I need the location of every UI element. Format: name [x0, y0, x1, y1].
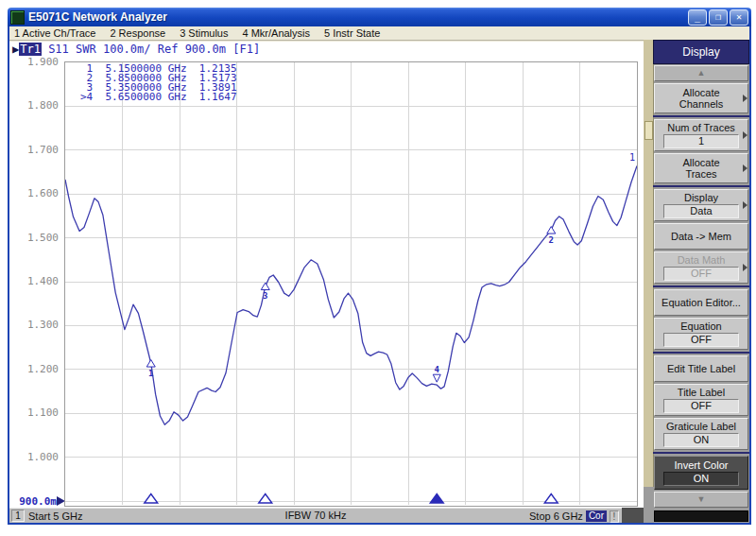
menu-item-3[interactable]: 3 Stimulus	[180, 27, 228, 39]
instrument-screen: ▶Tr1 S11 SWR 100.0m/ Ref 900.0m [F1] 1.9…	[9, 42, 645, 508]
y-axis-label: 1.500	[9, 232, 59, 244]
softkey-display[interactable]: DisplayData	[654, 189, 748, 221]
softkey-num-of-traces[interactable]: Num of Traces1	[654, 119, 748, 151]
marker-symbol-1: 1	[146, 360, 155, 378]
submenu-arrow-icon	[743, 95, 747, 102]
trace-badge: Tr1	[19, 43, 42, 56]
softkey-value: Data	[663, 204, 739, 218]
plot-area: 11234	[64, 61, 638, 507]
softkey-data-math[interactable]: Data MathOFF	[654, 251, 748, 284]
softkey-title-label[interactable]: Title LabelOFF	[654, 384, 748, 416]
marker-readout-row: >4 5.6500000 GHz 1.1647	[80, 93, 237, 102]
menu-item-4[interactable]: 4 Mkr/Analysis	[242, 27, 310, 39]
softkey-label: Title Label	[678, 387, 725, 398]
softkey-value: 1	[663, 134, 739, 148]
window-titlebar[interactable]: E5071C Network Analyzer _ ❐ ✕	[8, 8, 751, 26]
marker-symbol-3: 3	[261, 283, 269, 301]
softkey-label: Equation	[680, 320, 721, 332]
softkey-scroll-up[interactable]: ▲	[654, 65, 748, 81]
y-axis-label: 1.000	[9, 451, 59, 463]
submenu-arrow-icon	[743, 164, 747, 172]
app-icon	[10, 10, 25, 25]
softkey-label: Allocate	[682, 87, 719, 98]
y-axis-label: 1.300	[9, 319, 59, 331]
softkey-value: ON	[663, 472, 739, 486]
softkey-scrollbar-thumb[interactable]	[644, 121, 653, 140]
y-axis-label: 1.200	[9, 363, 59, 375]
submenu-arrow-icon	[743, 201, 747, 209]
trace-settings: S11 SWR 100.0m/ Ref 900.0m [F1]	[42, 43, 260, 56]
y-axis-label: 1.700	[9, 144, 59, 156]
softkey-graticule-label[interactable]: Graticule LabelON	[654, 418, 748, 450]
softkey-value: OFF	[663, 333, 739, 347]
svg-text:3: 3	[263, 291, 267, 301]
plot-grid	[65, 62, 637, 505]
softkey-edit-title-label[interactable]: Edit Title Label	[654, 355, 748, 382]
softkey-list: AllocateChannelsNum of Traces1AllocateTr…	[653, 82, 749, 491]
softkey-footer	[654, 510, 748, 522]
marker-symbol-4: 4	[433, 365, 440, 382]
cor-badge: Cor	[586, 510, 607, 522]
softkey-allocate-channels[interactable]: AllocateChannels	[654, 83, 748, 113]
softkey-label: Channels	[679, 98, 723, 110]
softkey-label: Equation Editor...	[662, 297, 741, 308]
softkey-scroll-down[interactable]: ▼	[654, 492, 748, 508]
softkey-invert-color[interactable]: Invert ColorON	[654, 456, 748, 490]
y-axis-label: 1.100	[9, 406, 59, 419]
softkey-label: Data -> Mem	[671, 231, 731, 242]
desktop: E5071C Network Analyzer _ ❐ ✕ 1 Active C…	[0, 0, 756, 536]
softkey-label: Data Math	[678, 254, 726, 266]
svg-text:2: 2	[549, 235, 554, 245]
minimize-button[interactable]: _	[688, 9, 707, 26]
stimulus-marker-4[interactable]	[430, 494, 443, 504]
marker-readout: 1 5.1500000 GHz 1.2135 2 5.8500000 GHz 1…	[80, 64, 237, 102]
softkey-menu-title: Display	[653, 40, 749, 64]
softkey-label: Allocate	[682, 157, 719, 168]
status-extra: !	[610, 510, 619, 523]
menu-bar: 1 Active Ch/Trace2 Response3 Stimulus4 M…	[9, 26, 749, 41]
menu-item-5[interactable]: 5 Instr State	[324, 27, 380, 39]
swr-chart: 11234	[65, 62, 637, 506]
menu-item-2[interactable]: 2 Response	[110, 27, 165, 39]
svg-text:1: 1	[148, 369, 153, 378]
softkey-column: Display ▲ AllocateChannelsNum of Traces1…	[653, 40, 749, 523]
stimulus-marker-1[interactable]	[145, 494, 158, 504]
status-bar-right-group: Stop 6 GHz Cor !	[529, 509, 619, 524]
softkey-equation[interactable]: EquationOFF	[654, 318, 748, 350]
status-bar-left: 1 Start 5 GHz IFBW 70 kHz Stop 6 GHz Cor…	[9, 508, 622, 523]
submenu-arrow-icon	[743, 131, 747, 139]
window-title: E5071C Network Analyzer	[28, 10, 686, 24]
marker-symbol-2: 2	[547, 227, 556, 245]
analyzer-window: E5071C Network Analyzer _ ❐ ✕ 1 Active C…	[8, 8, 751, 525]
svg-text:4: 4	[435, 365, 440, 374]
stop-frequency: Stop 6 GHz	[529, 510, 583, 522]
status-bar: 1 Start 5 GHz IFBW 70 kHz Stop 6 GHz Cor…	[9, 508, 749, 523]
close-button[interactable]: ✕	[730, 9, 748, 26]
y-axis-label: 1.800	[9, 99, 59, 112]
softkey-label: Invert Color	[675, 459, 729, 471]
y-axis-label: 1.900	[9, 56, 59, 68]
softkey-data-mem[interactable]: Data -> Mem	[654, 223, 748, 250]
scroll-up-icon: ▲	[697, 69, 706, 78]
menu-item-1[interactable]: 1 Active Ch/Trace	[14, 27, 95, 39]
submenu-arrow-icon	[743, 264, 747, 271]
softkey-label: Graticule Label	[666, 421, 736, 432]
softkey-panel: Display ▲ AllocateChannelsNum of Traces1…	[644, 40, 749, 523]
stimulus-marker-2[interactable]	[544, 494, 558, 504]
restore-button[interactable]: ❐	[709, 9, 728, 26]
y-axis-ref-label: 900.0m	[9, 495, 57, 508]
softkey-label: Display	[684, 192, 718, 203]
softkey-value: OFF	[663, 399, 739, 413]
y-axis-label: 1.400	[9, 275, 59, 287]
softkey-equation-editor[interactable]: Equation Editor...	[654, 289, 748, 316]
trace-number-label: 1	[629, 152, 635, 163]
softkey-label: Traces	[685, 168, 716, 180]
softkey-label: Num of Traces	[667, 122, 735, 133]
trace-status-line: ▶Tr1 S11 SWR 100.0m/ Ref 900.0m [F1]	[12, 43, 260, 56]
y-axis-label: 1.600	[9, 187, 59, 199]
softkey-label: Edit Title Label	[667, 363, 735, 374]
scroll-down-icon: ▼	[697, 495, 706, 504]
stimulus-marker-3[interactable]	[259, 494, 272, 504]
softkey-allocate-traces[interactable]: AllocateTraces	[654, 153, 748, 183]
window-body: 1 Active Ch/Trace2 Response3 Stimulus4 M…	[8, 26, 751, 525]
